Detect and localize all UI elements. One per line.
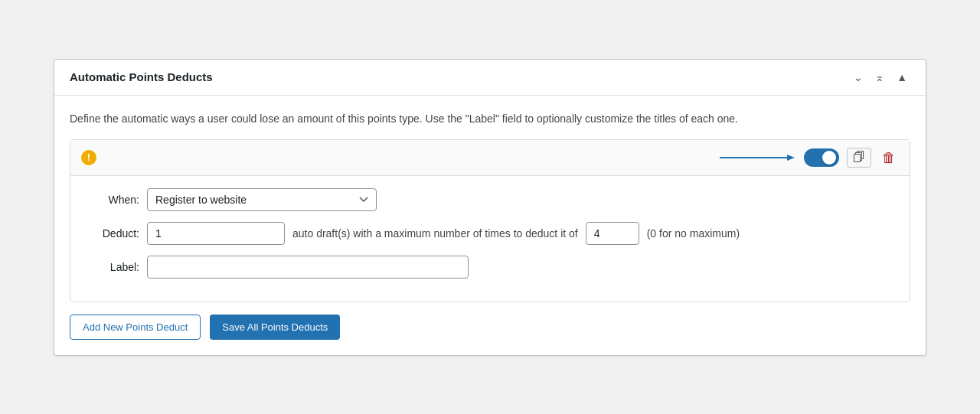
label-input[interactable]	[147, 256, 469, 279]
chevron-up-button[interactable]: ⌄	[851, 70, 866, 84]
when-select[interactable]: Register to website Login Purchase	[147, 188, 377, 211]
toggle-thumb	[822, 151, 836, 165]
rule-card: ! 🗍 🗑	[70, 139, 910, 302]
panel-header: Automatic Points Deducts ⌄ ⌅ ▲	[54, 60, 926, 96]
rule-card-body: When: Register to website Login Purchase…	[70, 176, 910, 302]
main-panel: Automatic Points Deducts ⌄ ⌅ ▲ Define th…	[54, 59, 926, 356]
panel-body: Define the automatic ways a user could l…	[54, 96, 926, 355]
warning-icon: !	[81, 150, 96, 165]
description-text: Define the automatic ways a user could l…	[70, 111, 910, 127]
footer-buttons: Add New Points Deduct Save All Points De…	[70, 315, 910, 340]
arrow-line	[720, 152, 796, 164]
deduct-inline-text: auto draft(s) with a maximum number of t…	[292, 227, 578, 240]
label-label: Label:	[86, 261, 139, 273]
rule-header-right: 🗍 🗑	[720, 148, 899, 168]
deduct-row: Deduct: auto draft(s) with a maximum num…	[86, 222, 894, 245]
panel-controls: ⌄ ⌅ ▲	[851, 70, 910, 84]
max-times-suffix: (0 for no maximum)	[647, 227, 740, 240]
when-row: When: Register to website Login Purchase	[86, 188, 894, 211]
panel-title: Automatic Points Deducts	[70, 70, 213, 83]
toggle-switch[interactable]	[804, 148, 839, 167]
label-row: Label:	[86, 256, 894, 279]
collapse-button[interactable]: ▲	[893, 70, 910, 84]
svg-marker-1	[787, 155, 795, 161]
toggle-track	[804, 148, 839, 167]
add-new-button[interactable]: Add New Points Deduct	[70, 315, 201, 340]
deduct-input[interactable]	[147, 222, 285, 245]
chevron-down-button[interactable]: ⌅	[872, 70, 887, 84]
when-label: When:	[86, 194, 139, 206]
max-times-input[interactable]	[586, 222, 639, 245]
save-all-button[interactable]: Save All Points Deducts	[210, 315, 340, 340]
deduct-label: Deduct:	[86, 227, 139, 240]
delete-button[interactable]: 🗑	[879, 149, 899, 166]
copy-button[interactable]: 🗍	[847, 148, 871, 168]
rule-card-header: ! 🗍 🗑	[70, 140, 910, 176]
